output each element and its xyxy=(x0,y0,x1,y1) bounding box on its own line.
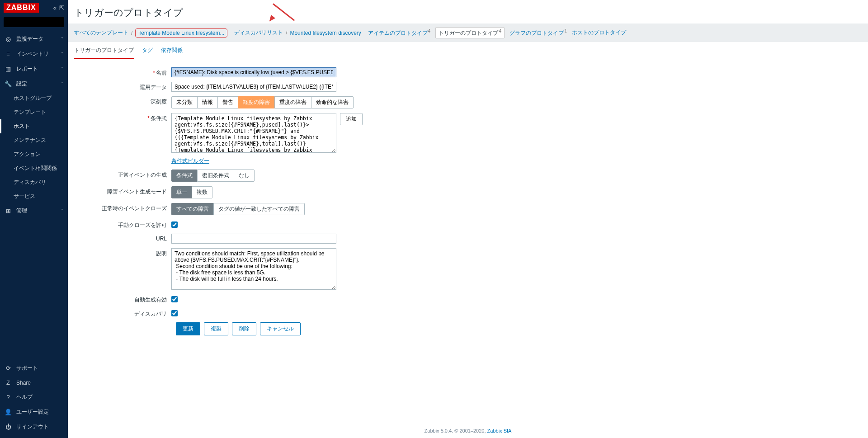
chevron-icon: ˅ xyxy=(61,37,63,42)
manual-close-checkbox[interactable] xyxy=(171,221,178,228)
cancel-button[interactable]: キャンセル xyxy=(260,322,301,335)
bc-discovery-list[interactable]: ディスカバリリスト xyxy=(234,29,283,37)
ok-close-btn[interactable]: タグの値が一致したすべての障害 xyxy=(213,203,305,215)
severity-buttons: 未分類情報警告軽度の障害重度の障害致命的な障害 xyxy=(171,96,354,108)
footer-link[interactable]: Zabbix SIA xyxy=(487,428,512,433)
tab-tags[interactable]: タグ xyxy=(142,43,153,59)
ok-close-btn[interactable]: すべての障害 xyxy=(171,203,214,215)
subnav-item[interactable]: ホスト xyxy=(0,119,68,133)
severity-btn[interactable]: 警告 xyxy=(217,96,238,108)
severity-btn[interactable]: 致命的な障害 xyxy=(311,96,354,108)
url-input[interactable] xyxy=(171,234,336,244)
problem-mode-label: 障害イベント生成モード xyxy=(74,186,171,196)
bottom-label: ヘルプ xyxy=(16,393,33,401)
severity-btn[interactable]: 軽度の障害 xyxy=(238,96,275,108)
ok-event-btn[interactable]: 復旧条件式 xyxy=(197,170,234,182)
bottom-label: Share xyxy=(16,380,31,386)
nav-icon: ◎ xyxy=(5,36,12,42)
bottom-icon: ? xyxy=(5,394,12,400)
subnav-item[interactable]: ホストグループ xyxy=(0,91,68,105)
sidebar: ZABBIX « ⇱ 🔍 ◎監視データ˅≡インベントリ˅▥レポート˅🔧設定˄ホス… xyxy=(0,0,68,438)
search-box[interactable]: 🔍 xyxy=(4,17,64,27)
bc-hosts[interactable]: ホストのプロトタイプ xyxy=(572,29,626,37)
url-label: URL xyxy=(74,234,171,242)
nav-section[interactable]: ◎監視データ˅ xyxy=(0,32,68,47)
nav-section[interactable]: ≡インベントリ˅ xyxy=(0,47,68,61)
bc-discovery[interactable]: Mounted filesystem discovery xyxy=(290,30,361,36)
tabs: トリガーのプロトタイプ タグ 依存関係 xyxy=(68,43,868,59)
ok-event-label: 正常イベントの生成 xyxy=(74,170,171,179)
nav-section[interactable]: ▥レポート˅ xyxy=(0,61,68,76)
nav-icon: ≡ xyxy=(5,51,12,57)
problem-mode-btn[interactable]: 単一 xyxy=(171,186,192,198)
nav-label: レポート xyxy=(16,65,38,73)
nav-label: 監視データ xyxy=(16,35,43,43)
actions-row: 更新 複製 削除 キャンセル xyxy=(176,322,862,335)
problem-mode-btn[interactable]: 複数 xyxy=(192,186,212,198)
nav-icon: ⊞ xyxy=(5,207,12,214)
bottom-link[interactable]: ZShare xyxy=(0,376,68,390)
severity-btn[interactable]: 情報 xyxy=(197,96,218,108)
popout-icon[interactable]: ⇱ xyxy=(59,5,64,11)
subnav-item[interactable]: サービス xyxy=(0,189,68,203)
tab-dependencies[interactable]: 依存関係 xyxy=(161,43,183,59)
delete-button[interactable]: 削除 xyxy=(232,322,256,335)
bottom-link[interactable]: ⟳サポート xyxy=(0,361,68,376)
page-title: トリガーのプロトタイプ xyxy=(68,0,868,24)
subnav-item[interactable]: メンテナンス xyxy=(0,133,68,147)
nav-label: 設定 xyxy=(16,80,27,88)
bc-items[interactable]: アイテムのプロトタイプ4 xyxy=(368,28,431,37)
chevron-icon: ˅ xyxy=(61,66,63,71)
subnav-item[interactable]: アクション xyxy=(0,147,68,161)
bc-triggers-active: トリガーのプロトタイプ4 xyxy=(435,27,505,38)
bottom-icon: 👤 xyxy=(5,409,12,415)
ok-event-btn[interactable]: なし xyxy=(234,170,255,182)
opdata-input[interactable] xyxy=(171,82,336,92)
discover-label: ディスカバリ xyxy=(74,308,171,318)
nav-section[interactable]: ⊞管理˅ xyxy=(0,203,68,218)
clone-button[interactable]: 複製 xyxy=(204,322,228,335)
bottom-icon: ⟳ xyxy=(5,365,12,372)
bottom-label: ユーザー設定 xyxy=(16,408,49,416)
bottom-link[interactable]: ?ヘルプ xyxy=(0,390,68,405)
subnav-item[interactable]: テンプレート xyxy=(0,105,68,119)
logo[interactable]: ZABBIX xyxy=(4,3,39,13)
bc-all-templates[interactable]: すべてのテンプレート xyxy=(74,29,128,37)
logo-row: ZABBIX « ⇱ xyxy=(0,0,68,15)
search-input[interactable] xyxy=(6,19,74,25)
name-input[interactable] xyxy=(171,67,336,77)
nav-section[interactable]: 🔧設定˄ xyxy=(0,76,68,91)
bottom-icon: Z xyxy=(5,379,12,386)
main: トリガーのプロトタイプ すべてのテンプレート / Template Module… xyxy=(68,0,868,438)
auto-create-label: 自動生成有効 xyxy=(74,294,171,304)
expr-builder-link[interactable]: 条件式ビルダー xyxy=(171,157,209,165)
desc-input[interactable] xyxy=(171,248,336,290)
severity-btn[interactable]: 重度の障害 xyxy=(274,96,311,108)
collapse-icon[interactable]: « xyxy=(53,5,57,11)
bottom-link[interactable]: ⏻サインアウト xyxy=(0,419,68,434)
opdata-label: 運用データ xyxy=(74,82,171,91)
severity-btn[interactable]: 未分類 xyxy=(171,96,198,108)
discover-checkbox[interactable] xyxy=(171,310,178,316)
manual-close-label: 手動クローズを許可 xyxy=(74,220,171,229)
expr-input[interactable] xyxy=(171,113,336,153)
bottom-label: サインアウト xyxy=(16,423,49,431)
auto-create-checkbox[interactable] xyxy=(171,296,178,302)
subnav-item[interactable]: イベント相関関係 xyxy=(0,161,68,175)
tab-trigger[interactable]: トリガーのプロトタイプ xyxy=(74,43,134,59)
bc-template[interactable]: Template Module Linux filesystem... xyxy=(138,30,224,36)
add-button[interactable]: 追加 xyxy=(340,113,363,125)
bottom-label: サポート xyxy=(16,364,38,372)
chevron-icon: ˅ xyxy=(61,52,63,57)
desc-label: 説明 xyxy=(74,248,171,258)
nav-icon: ▥ xyxy=(5,66,12,72)
bottom-link[interactable]: 👤ユーザー設定 xyxy=(0,405,68,419)
subnav-item[interactable]: ディスカバリ xyxy=(0,175,68,189)
chevron-icon: ˅ xyxy=(61,208,63,213)
update-button[interactable]: 更新 xyxy=(176,322,200,335)
bc-graphs[interactable]: グラフのプロトタイプ1 xyxy=(509,28,567,37)
name-label: 名前 xyxy=(156,70,167,76)
bc-template-highlight: Template Module Linux filesystem... xyxy=(135,28,227,38)
nav-icon: 🔧 xyxy=(5,80,12,87)
ok-event-btn[interactable]: 条件式 xyxy=(171,170,198,182)
